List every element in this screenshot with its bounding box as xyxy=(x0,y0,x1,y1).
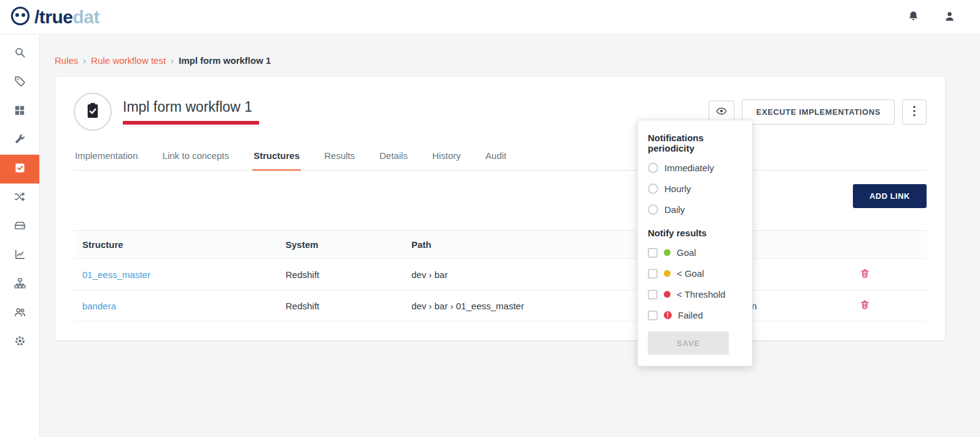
sidebar-item-systems[interactable] xyxy=(0,212,39,241)
implementation-card: Impl form workflow 1 EXECUTE IMPLEMENTAT… xyxy=(55,76,946,341)
sitemap-icon xyxy=(14,277,26,292)
sidebar xyxy=(0,34,40,437)
periodicity-option-hourly[interactable]: Hourly xyxy=(648,184,742,194)
sidebar-item-lineage[interactable] xyxy=(0,184,39,212)
column-header-structure: Structure xyxy=(74,231,277,259)
radio-immediately[interactable] xyxy=(648,163,658,173)
checkbox-label: < Threshold xyxy=(677,289,725,300)
hard-drive-icon xyxy=(14,220,26,234)
result-option-below-goal[interactable]: < Goal xyxy=(648,268,742,279)
sidebar-item-settings[interactable] xyxy=(0,328,39,357)
check-square-icon xyxy=(14,162,26,176)
periodicity-option-immediately[interactable]: Immediately xyxy=(648,163,742,173)
notify-results-title: Notify results xyxy=(648,228,742,238)
below-threshold-status-dot-icon xyxy=(664,291,671,298)
checkbox-label: < Goal xyxy=(677,268,704,279)
tab-details[interactable]: Details xyxy=(378,145,409,170)
top-bar: /truedat xyxy=(0,0,980,34)
sidebar-item-tags[interactable] xyxy=(0,68,39,97)
trash-icon xyxy=(860,303,870,312)
goal-status-dot-icon xyxy=(664,249,671,256)
result-option-goal[interactable]: Goal xyxy=(648,247,742,258)
structures-table: Structure System Path 01_eess_master Red… xyxy=(74,230,927,322)
breadcrumb-separator: › xyxy=(171,55,174,66)
notifications-popup: Notifications periodicity Immediately Ho… xyxy=(637,120,753,366)
title-block: Impl form workflow 1 xyxy=(123,99,259,125)
periodicity-title: Notifications periodicity xyxy=(648,133,742,153)
clipboard-check-icon xyxy=(84,101,102,122)
shuffle-icon xyxy=(14,191,26,205)
users-icon xyxy=(14,306,26,320)
sidebar-item-dashboard[interactable] xyxy=(0,97,39,126)
execute-implementations-button[interactable]: EXECUTE IMPLEMENTATIONS xyxy=(742,99,895,125)
checkbox-goal[interactable] xyxy=(648,248,658,258)
path-cell: dev › bar › 01_eess_master xyxy=(403,290,673,322)
delete-link-button[interactable] xyxy=(860,268,870,280)
column-header-path: Path xyxy=(403,231,673,259)
radio-label: Hourly xyxy=(664,184,691,194)
tab-implementation[interactable]: Implementation xyxy=(74,145,139,170)
more-options-button[interactable] xyxy=(902,99,927,125)
structure-link[interactable]: 01_eess_master xyxy=(82,269,150,280)
structure-link[interactable]: bandera xyxy=(82,301,116,311)
sidebar-item-insights[interactable] xyxy=(0,241,39,270)
tab-audit[interactable]: Audit xyxy=(484,145,508,170)
owl-logo-icon xyxy=(10,6,31,29)
sidebar-item-users[interactable] xyxy=(0,299,39,328)
periodicity-option-daily[interactable]: Daily xyxy=(648,204,742,215)
implementation-avatar xyxy=(74,93,112,131)
user-icon xyxy=(944,10,955,24)
radio-daily[interactable] xyxy=(648,204,658,215)
result-option-failed[interactable]: ! Failed xyxy=(648,310,742,320)
path-cell: dev › bar xyxy=(403,259,673,290)
breadcrumb-current: Impl form workflow 1 xyxy=(179,55,271,66)
tab-results[interactable]: Results xyxy=(323,145,356,170)
breadcrumb: Rules › Rule workflow test › Impl form w… xyxy=(55,55,946,66)
system-cell: Redshift xyxy=(277,290,403,322)
result-option-below-threshold[interactable]: < Threshold xyxy=(648,289,742,300)
brand-name: /truedat xyxy=(34,7,99,28)
checkbox-label: Failed xyxy=(678,310,703,320)
breadcrumb-rules[interactable]: Rules xyxy=(55,55,78,66)
below-goal-status-dot-icon xyxy=(664,270,671,277)
sidebar-item-taxonomy[interactable] xyxy=(0,270,39,299)
tags-icon xyxy=(14,75,26,90)
radio-hourly[interactable] xyxy=(648,184,658,194)
checkbox-failed[interactable] xyxy=(648,311,658,320)
breadcrumb-rule-workflow-test[interactable]: Rule workflow test xyxy=(91,55,166,66)
page-title: Impl form workflow 1 xyxy=(123,99,259,115)
radio-label: Immediately xyxy=(664,163,714,173)
dashboard-grid-icon xyxy=(14,105,25,118)
trash-icon xyxy=(860,271,870,280)
search-icon xyxy=(14,47,26,61)
delete-link-button[interactable] xyxy=(860,300,870,312)
brand-name-bold: /true xyxy=(34,7,73,27)
column-header-system: System xyxy=(277,231,403,259)
tab-history[interactable]: History xyxy=(431,145,462,170)
sidebar-item-rules[interactable] xyxy=(0,155,39,184)
chart-line-icon xyxy=(14,249,26,263)
notifications-button[interactable] xyxy=(908,10,919,24)
tab-bar: Implementation Link to concepts Structur… xyxy=(74,145,927,171)
brand-name-light: dat xyxy=(73,7,100,27)
title-underline xyxy=(123,121,259,125)
save-button[interactable]: SAVE xyxy=(648,331,729,355)
table-row: bandera Redshift dev › bar › 01_eess_mas… xyxy=(74,290,927,322)
main-content: Rules › Rule workflow test › Impl form w… xyxy=(40,34,980,341)
breadcrumb-separator: › xyxy=(83,55,86,66)
sidebar-item-search[interactable] xyxy=(0,39,39,68)
sidebar-item-tools[interactable] xyxy=(0,126,39,155)
column-header-actions xyxy=(803,231,927,259)
checkbox-below-goal[interactable] xyxy=(648,269,658,279)
system-cell: Redshift xyxy=(277,259,403,290)
tab-structures[interactable]: Structures xyxy=(252,145,301,171)
checkbox-below-threshold[interactable] xyxy=(648,290,658,300)
bell-icon xyxy=(908,10,919,24)
add-link-button[interactable]: ADD LINK xyxy=(853,184,927,208)
tab-link-to-concepts[interactable]: Link to concepts xyxy=(161,145,230,170)
brand-logo[interactable]: /truedat xyxy=(10,6,99,29)
structures-toolbar: ADD LINK xyxy=(74,184,927,208)
title-row: Impl form workflow 1 EXECUTE IMPLEMENTAT… xyxy=(74,93,927,131)
eye-icon xyxy=(716,106,727,118)
user-menu-button[interactable] xyxy=(944,10,955,24)
